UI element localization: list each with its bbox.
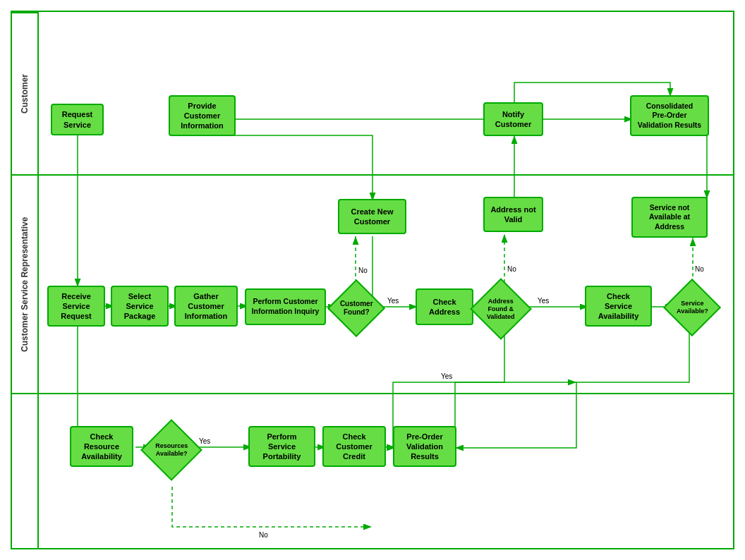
diamond-customer-found: CustomerFound? [332,284,381,333]
diagram-container: Customer Customer Service Representative [11,11,734,549]
svg-text:No: No [695,265,704,273]
diamond-resources-available: ResourcesAvailable? [146,425,197,475]
box-pre-order-validation: Pre-OrderValidationResults [393,426,456,467]
lane-divider-1 [12,174,733,176]
box-check-resource-availability: CheckResourceAvailability [70,426,133,467]
box-service-not-available: Service notAvailable atAddress [631,197,708,238]
diamond-service-available: ServiceAvailable? [668,284,716,331]
box-address-not-valid: Address notValid [483,197,543,232]
svg-text:Yes: Yes [199,437,210,445]
box-check-service-availability: CheckServiceAvailability [585,286,652,327]
diamond-address-found: AddressFound &Validated [474,282,527,335]
box-request-service: RequestService [51,104,104,135]
arrows-overlay: Yes No Yes No No Yes [12,12,733,548]
box-notify-customer: NotifyCustomer [483,102,543,136]
svg-text:No: No [507,265,516,273]
box-select-service-package: SelectServicePackage [111,286,169,327]
svg-text:No: No [259,531,268,539]
svg-text:Yes: Yes [441,372,452,380]
lane-csr2 [12,393,37,548]
lane-customer: Customer [12,12,37,174]
lane-csr: Customer Service Representative [12,174,37,393]
lane-labels: Customer Customer Service Representative [12,12,39,548]
box-check-customer-credit: CheckCustomerCredit [322,426,386,467]
box-receive-service-request: ReceiveServiceRequest [47,286,105,327]
box-provide-customer-info: ProvideCustomerInformation [169,95,236,136]
svg-text:Yes: Yes [538,297,549,305]
box-create-new-customer: Create NewCustomer [338,199,406,234]
svg-text:Yes: Yes [387,297,399,305]
box-check-address: CheckAddress [416,288,473,325]
box-perform-service-portability: PerformServicePortability [248,426,315,467]
box-consolidated-pre-order: ConsolidatedPre-OrderValidation Results [630,95,709,136]
svg-text:No: No [358,267,368,274]
box-gather-customer-info: GatherCustomerInformation [174,286,238,327]
box-perform-customer-inquiry: Perform CustomerInformation Inquiry [245,288,326,325]
lane-divider-2 [12,393,733,394]
